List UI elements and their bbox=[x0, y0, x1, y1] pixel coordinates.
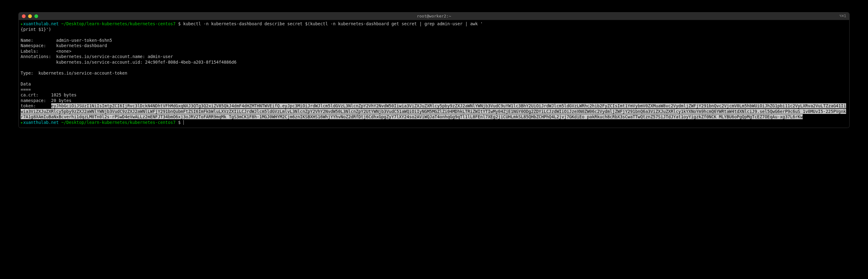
tab-indicator: ⌥⌘1 bbox=[839, 14, 846, 19]
cacrt-value: 1025 bytes bbox=[51, 92, 76, 97]
token-label: token: bbox=[21, 103, 36, 108]
minimize-button[interactable] bbox=[28, 14, 32, 18]
maximize-button[interactable] bbox=[34, 14, 38, 18]
type-value: kubernetes.io/service-account-token bbox=[38, 71, 127, 75]
namespace-value: kubernetes-dashboard bbox=[56, 43, 107, 48]
window-title: root@worker2:~ bbox=[417, 14, 451, 19]
labels-label: Labels: bbox=[21, 49, 38, 54]
close-button[interactable] bbox=[22, 14, 26, 18]
prompt2-host: xuanthulab.net bbox=[23, 120, 59, 125]
annotations-value-2: kubernetes.io/service-account.uid: 24c90… bbox=[56, 60, 237, 65]
namespace-label: Namespace: bbox=[21, 43, 46, 48]
annotations-label: Annotations: bbox=[21, 54, 51, 59]
name-value: admin-user-token-6shn5 bbox=[56, 38, 112, 43]
command-text: kubectl -n kubernetes-dashboard describe… bbox=[183, 21, 483, 26]
cacrt-label: ca.crt: bbox=[21, 92, 38, 97]
labels-value: <none> bbox=[56, 49, 71, 54]
terminal-window: root@worker2:~ ⌥⌘1 ▸xuanthulab.net ~/Des… bbox=[19, 12, 849, 128]
prompt-path: ~/Desktop/learn-kubernetes/kubernetes-ce… bbox=[61, 21, 176, 26]
name-label: Name: bbox=[21, 38, 33, 43]
command-text-2: {print $1}') bbox=[21, 27, 51, 32]
title-bar: root@worker2:~ ⌥⌘1 bbox=[19, 12, 849, 20]
prompt2-path: ~/Desktop/learn-kubernetes/kubernetes-ce… bbox=[61, 120, 176, 125]
terminal-content: ▸xuanthulab.net ~/Desktop/learn-kubernet… bbox=[21, 21, 847, 125]
prompt-arrow: ▸ bbox=[21, 21, 23, 26]
type-label: Type: bbox=[21, 71, 33, 75]
data-separator: ==== bbox=[21, 87, 31, 92]
prompt-host: xuanthulab.net bbox=[23, 21, 59, 26]
ns-label: namespace: bbox=[21, 98, 46, 103]
prompt2-dollar: $ bbox=[178, 120, 181, 125]
annotations-value-1: kubernetes.io/service-account.name: admi… bbox=[56, 54, 173, 59]
cursor bbox=[183, 120, 184, 125]
prompt-dollar: $ bbox=[178, 21, 181, 26]
terminal-body[interactable]: ▸xuanthulab.net ~/Desktop/learn-kubernet… bbox=[19, 20, 849, 128]
token-value[interactable]: eyJhbGciOiJSUzI1NiIsImtpZCI6IjRvc3lDckN4… bbox=[21, 103, 846, 119]
ns-value: 20 bytes bbox=[51, 98, 71, 103]
prompt2-arrow: ▸ bbox=[21, 120, 23, 125]
traffic-lights bbox=[22, 14, 38, 18]
data-header: Data bbox=[21, 81, 31, 86]
